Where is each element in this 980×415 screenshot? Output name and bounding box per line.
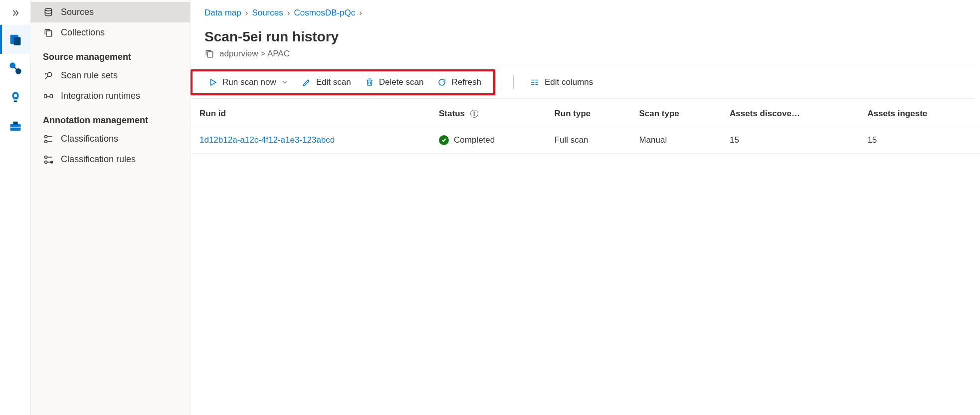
breadcrumb-link-source-name[interactable]: CosmosDB-pQc [294,8,355,18]
toolbar: Run scan now Edit scan Delete scan [191,66,975,99]
rail-icon-glossary[interactable] [0,54,31,83]
pencil-icon [302,78,311,87]
svg-point-14 [45,135,47,138]
nav-item-classification-rules[interactable]: Classification rules [31,149,190,170]
lightbulb-icon [9,91,22,104]
nav-label: Integration runtimes [61,91,140,101]
integration-icon [43,91,54,101]
side-nav: Sources Collections Source management Sc… [31,0,191,415]
classification-rules-icon [43,155,54,165]
svg-point-9 [45,8,51,10]
nav-label: Classifications [61,134,118,144]
app-root: Sources Collections Source management Sc… [0,0,980,415]
rail-icon-management[interactable] [0,112,31,141]
delete-scan-button[interactable]: Delete scan [358,73,431,91]
refresh-label: Refresh [451,77,481,87]
edit-scan-label: Edit scan [316,77,351,87]
toolbar-divider [513,75,514,89]
collection-path: adpurview > APAC [191,47,980,66]
play-icon [208,78,217,87]
col-assets-ingested[interactable]: Assets ingeste [858,101,980,127]
main-content: Data map › Sources › CosmosDB-pQc › Scan… [191,0,980,415]
nav-heading-annotation-mgmt: Annotation management [31,106,190,129]
col-assets-discovered[interactable]: Assets discove… [721,101,858,127]
svg-rect-13 [50,94,52,98]
highlighted-actions: Run scan now Edit scan Delete scan [191,69,495,95]
refresh-icon [437,78,446,87]
col-run-id[interactable]: Run id [191,101,430,127]
run-history-table: Run id Status i Run type Scan type Asset… [191,101,980,154]
table-header-row: Run id Status i Run type Scan type Asset… [191,101,980,127]
table-row[interactable]: 1d12b12a-a12c-4f12-a1e3-123abcd Complete… [191,127,980,154]
nav-item-classifications[interactable]: Classifications [31,129,190,149]
collections-icon [43,28,54,38]
svg-rect-7 [13,122,17,125]
info-icon[interactable]: i [470,110,478,118]
cell-run-type: Full scan [546,127,630,154]
breadcrumb-link-data-map[interactable]: Data map [204,8,241,18]
toolbox-icon [8,119,22,133]
run-scan-label: Run scan now [222,77,276,87]
svg-point-17 [45,161,47,163]
col-scan-type[interactable]: Scan type [630,101,721,127]
svg-point-16 [45,156,47,158]
breadcrumb: Data map › Sources › CosmosDB-pQc › [191,0,980,20]
svg-rect-1 [13,37,20,45]
delete-scan-label: Delete scan [379,77,424,87]
cell-assets-ingested: 15 [858,127,980,154]
scan-rule-icon [43,71,54,81]
trash-icon [365,78,374,87]
col-status[interactable]: Status i [430,101,546,127]
rail-icon-insights[interactable] [0,83,31,112]
nav-heading-source-mgmt: Source management [31,43,190,65]
breadcrumb-sep: › [245,8,248,18]
breadcrumb-sep: › [287,8,290,18]
cell-assets-discovered: 15 [721,127,858,154]
database-icon [43,7,54,17]
nav-item-sources[interactable]: Sources [31,2,190,22]
collection-path-text: adpurview > APAC [219,49,290,59]
svg-rect-5 [13,101,17,102]
nav-label: Sources [61,7,94,17]
nav-label: Scan rule sets [61,70,118,81]
nav-item-integration-runtimes[interactable]: Integration runtimes [31,86,190,106]
nav-item-scan-rule-sets[interactable]: Scan rule sets [31,65,190,86]
svg-rect-10 [46,30,52,36]
map-pins-icon [8,61,22,75]
status-success-icon [439,135,449,145]
breadcrumb-link-sources[interactable]: Sources [252,8,283,18]
collection-icon [204,49,214,59]
rail-icon-data-map[interactable] [0,25,31,54]
status-text: Completed [454,135,495,145]
nav-label: Collections [61,27,105,38]
database-stack-icon [8,32,22,46]
refresh-button[interactable]: Refresh [430,73,488,91]
edit-columns-button[interactable]: Edit columns [523,73,600,91]
run-scan-now-button[interactable]: Run scan now [201,73,295,91]
expand-rail-button[interactable] [4,4,27,22]
svg-point-4 [13,94,17,98]
nav-item-collections[interactable]: Collections [31,22,190,43]
edit-columns-label: Edit columns [545,77,593,87]
svg-rect-8 [10,127,20,128]
svg-point-15 [45,140,47,143]
svg-point-11 [47,72,51,76]
svg-rect-19 [207,52,213,57]
edit-scan-button[interactable]: Edit scan [295,73,358,91]
nav-label: Classification rules [61,154,136,165]
svg-rect-12 [44,94,47,98]
cell-run-id[interactable]: 1d12b12a-a12c-4f12-a1e3-123abcd [191,127,430,154]
breadcrumb-sep: › [359,8,362,18]
icon-rail [0,0,31,415]
cell-status: Completed [430,127,546,154]
classifications-icon [43,134,54,144]
chevron-down-icon [281,79,288,86]
cell-scan-type: Manual [630,127,721,154]
col-run-type[interactable]: Run type [546,101,630,127]
page-title: Scan-5ei run history [191,20,980,47]
columns-icon [530,78,540,87]
chevron-double-right-icon [11,8,20,17]
